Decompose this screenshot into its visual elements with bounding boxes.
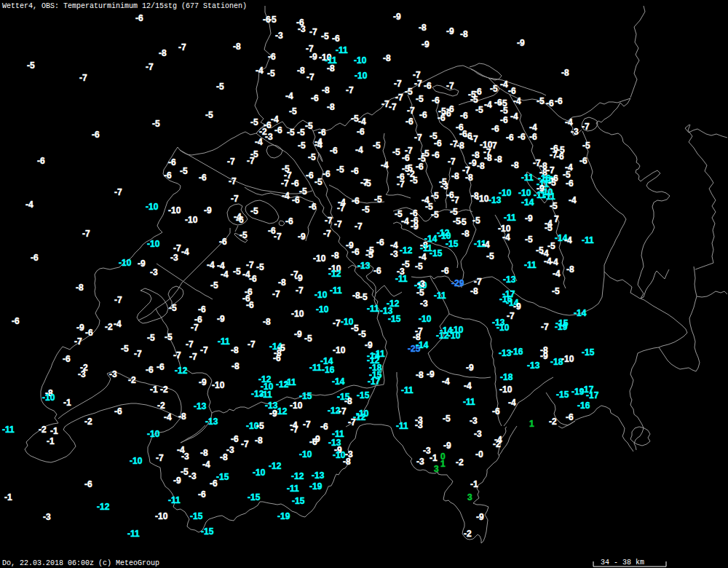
svg-text:-6: -6	[357, 127, 365, 137]
svg-text:-7: -7	[395, 92, 403, 103]
svg-text:-19: -19	[555, 322, 568, 332]
svg-text:-6: -6	[446, 104, 454, 114]
svg-text:-6: -6	[318, 127, 326, 138]
svg-text:-6: -6	[84, 479, 92, 489]
svg-text:-8: -8	[456, 141, 464, 151]
svg-text:-11: -11	[330, 285, 342, 296]
svg-text:-5: -5	[431, 191, 439, 201]
svg-text:-6: -6	[146, 365, 154, 375]
svg-text:-6: -6	[12, 316, 20, 326]
svg-text:-6: -6	[292, 195, 300, 205]
svg-text:-11: -11	[367, 304, 379, 314]
svg-text:-14: -14	[574, 308, 587, 318]
svg-text:-7: -7	[156, 453, 164, 463]
svg-text:-10: -10	[155, 511, 168, 521]
svg-text:-6: -6	[323, 169, 331, 179]
svg-text:-4: -4	[221, 269, 229, 280]
svg-text:-3: -3	[189, 471, 197, 481]
svg-text:-7: -7	[79, 73, 87, 83]
svg-text:3: 3	[467, 492, 472, 502]
svg-text:-5: -5	[450, 207, 458, 217]
svg-text:-6: -6	[219, 237, 227, 247]
svg-text:-3: -3	[78, 369, 86, 379]
svg-text:-7: -7	[346, 85, 354, 95]
svg-text:-3: -3	[390, 249, 398, 259]
svg-text:-11: -11	[463, 397, 475, 407]
svg-text:-5: -5	[374, 194, 382, 205]
svg-text:-6: -6	[246, 300, 254, 310]
svg-text:-4: -4	[181, 247, 189, 257]
svg-text:-8: -8	[566, 264, 574, 275]
svg-text:-19: -19	[277, 511, 290, 521]
svg-text:-5: -5	[121, 344, 129, 354]
svg-text:-3: -3	[109, 369, 117, 379]
svg-text:-7: -7	[582, 122, 590, 132]
svg-text:-7: -7	[173, 243, 181, 253]
svg-text:-6: -6	[416, 162, 424, 172]
svg-text:-9: -9	[312, 434, 320, 444]
svg-text:-11: -11	[168, 495, 181, 505]
svg-text:-7: -7	[334, 219, 342, 229]
svg-text:-11: -11	[582, 235, 594, 245]
svg-text:-6: -6	[309, 202, 317, 212]
svg-text:-3: -3	[416, 457, 424, 467]
svg-text:-6: -6	[285, 216, 293, 226]
svg-text:-10: -10	[253, 468, 266, 478]
svg-text:-4: -4	[314, 140, 323, 150]
svg-text:-7: -7	[173, 350, 181, 360]
svg-text:-5: -5	[180, 166, 188, 176]
svg-text:-5: -5	[582, 141, 590, 151]
svg-text:-6: -6	[236, 215, 244, 225]
svg-text:-7: -7	[414, 133, 422, 143]
svg-text:-4: -4	[381, 160, 389, 170]
svg-text:-15: -15	[357, 390, 370, 401]
svg-text:-6: -6	[352, 247, 360, 257]
svg-text:-5: -5	[358, 329, 366, 339]
svg-text:-8: -8	[451, 171, 459, 181]
svg-text:-2: -2	[549, 417, 557, 427]
svg-text:-10: -10	[146, 202, 159, 212]
svg-text:-5: -5	[365, 250, 373, 260]
svg-text:-2: -2	[456, 457, 464, 468]
svg-text:-16: -16	[577, 401, 590, 411]
svg-text:-10: -10	[496, 323, 510, 333]
svg-text:-7: -7	[348, 417, 356, 427]
svg-text:-4: -4	[285, 91, 293, 101]
svg-text:-5: -5	[269, 15, 277, 25]
svg-text:-8: -8	[470, 286, 478, 296]
svg-text:-7: -7	[281, 178, 289, 189]
svg-text:-5: -5	[169, 303, 177, 313]
svg-text:-7: -7	[323, 229, 331, 239]
svg-text:-9: -9	[476, 512, 484, 522]
svg-text:-5: -5	[299, 186, 307, 197]
svg-text:-12: -12	[97, 502, 110, 512]
svg-text:-5: -5	[210, 280, 218, 291]
svg-text:-6: -6	[460, 111, 468, 121]
svg-text:-6: -6	[556, 151, 564, 162]
svg-text:-16: -16	[510, 347, 523, 357]
svg-text:7: 7	[492, 141, 497, 151]
svg-text:-10: -10	[518, 188, 531, 198]
svg-text:-8: -8	[561, 68, 569, 78]
svg-text:-5: -5	[438, 106, 446, 117]
svg-text:-8: -8	[220, 452, 228, 462]
svg-text:-6: -6	[157, 362, 165, 372]
svg-text:5: 5	[408, 163, 413, 173]
svg-text:-2: -2	[160, 384, 168, 395]
svg-text:-4: -4	[271, 114, 279, 125]
svg-text:-10: -10	[147, 429, 160, 439]
svg-text:-5: -5	[267, 68, 275, 79]
svg-text:-10: -10	[316, 304, 329, 315]
svg-text:-6: -6	[291, 178, 299, 189]
svg-text:-6: -6	[311, 93, 319, 103]
svg-text:-8: -8	[383, 53, 391, 63]
svg-text:-5: -5	[336, 165, 344, 175]
svg-text:-5: -5	[415, 261, 423, 272]
svg-text:-10: -10	[168, 205, 181, 216]
svg-text:-11: -11	[434, 291, 446, 301]
svg-text:-2: -2	[493, 439, 501, 449]
svg-text:-7: -7	[248, 339, 256, 350]
svg-text:-5: -5	[525, 234, 533, 245]
svg-text:-7: -7	[82, 229, 90, 239]
svg-text:-7: -7	[389, 102, 397, 112]
